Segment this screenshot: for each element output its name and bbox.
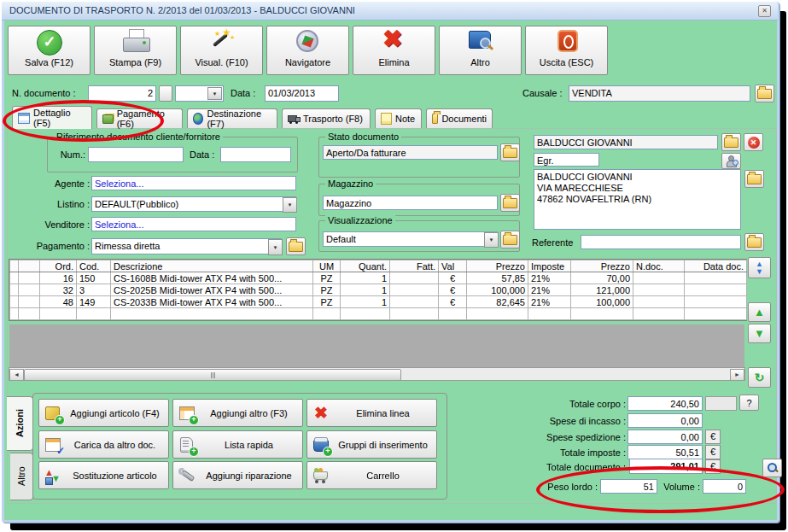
rif-data-field[interactable] [220,147,291,162]
zoom-totals-button[interactable] [762,459,782,477]
col-descrizione[interactable]: Descrizione [111,260,313,272]
col-fatt[interactable]: Fatt. [390,260,439,272]
side-tab-azioni[interactable]: Azioni [7,396,33,451]
globe-icon [193,113,203,125]
carrello-button[interactable]: Carrello [306,461,437,489]
col-prezzo2[interactable]: Prezzo [571,260,633,272]
navigator-button[interactable]: Navigatore [266,26,349,75]
venditore-field[interactable]: Seleziona... [91,217,296,231]
visualizzazione-combo[interactable]: Default [323,231,498,247]
pagamento-lookup-button[interactable] [286,237,306,255]
contact-search-button[interactable] [721,153,741,169]
exit-label: Uscita (ESC) [526,57,607,67]
listino-combo[interactable]: DEFAULT(Pubblico) [91,196,296,212]
elimina-linea-button[interactable]: ✖ Elimina linea [306,399,437,427]
visualizzazione-lookup-button[interactable] [500,231,520,248]
col-datadoc[interactable]: Data doc. [685,260,747,272]
sostituzione-articolo-button[interactable]: ▲ ▼ Sostituzione articolo [38,461,169,489]
grid-horizontal-scrollbar[interactable]: ◄ ► [9,367,745,381]
pagamento-combo[interactable]: Rimessa diretta [91,238,282,254]
cliente-lookup-button[interactable] [721,133,741,151]
causale-lookup-button[interactable] [755,85,774,102]
scrollbar-thumb[interactable] [24,369,401,381]
causale-field[interactable]: VENDITA [569,85,750,102]
indirizzo-textarea[interactable]: BALDUCCI GIOVANNI VIA MARECCHIESE 47862 … [534,169,741,230]
aggiungi-altro-button[interactable]: + Aggiungi altro (F3) [172,399,303,427]
n-documento-suffix-combo[interactable]: ▼ [175,85,224,102]
row-down-button[interactable]: ▼ [748,324,771,343]
referente-lookup-button[interactable] [744,233,764,251]
row-selector-header [10,260,19,272]
help-button[interactable]: ? [739,395,759,411]
gruppi-di-inserimento-button[interactable]: + Gruppi di inserimento [306,430,437,459]
side-tab-altro[interactable]: Altro [10,453,33,500]
save-button[interactable]: ✓ Salva (F12) [8,26,90,75]
exit-button[interactable]: Uscita (ESC) [525,26,608,75]
scroll-right-icon[interactable]: ► [730,369,744,381]
chevron-down-icon[interactable]: ▼ [268,239,283,255]
preview-button[interactable]: ★ ★ ★ Visual. (F10) [180,26,263,75]
carica-da-altro-doc-button[interactable]: ✓ Carica da altro doc. [38,430,169,459]
other-button[interactable]: Altro [439,26,522,75]
n-documento-field[interactable]: 2 [88,85,156,102]
row-up-button[interactable]: ▲ [748,302,771,322]
col-quant[interactable]: Quant. [341,260,390,272]
totale-imposte-field[interactable]: 50,51 [627,445,703,459]
totale-corpo-field[interactable]: 240,50 [627,396,703,411]
chevron-down-icon[interactable]: ▼ [207,87,222,100]
grid-row[interactable]: 323 CS-2025B Midi-tower ATX P4 with 500.… [10,284,747,296]
grid-row[interactable]: 16150 CS-1608B Midi-tower ATX P4 with 50… [10,272,747,284]
grid-row[interactable]: 48149 CS-2033B Midi-tower ATX P4 with 50… [10,296,747,308]
n-documento-label: N. documento : [12,88,76,98]
tab-destinazione[interactable]: Destinazione (F7) [187,108,277,128]
tab-note[interactable]: Note [375,108,422,128]
cliente-remove-button[interactable]: ✕ [744,133,763,151]
data-field[interactable]: 01/03/2013 [265,85,339,102]
stato-field[interactable]: Aperto/Da fatturare [323,145,498,160]
spese-incasso-field[interactable]: 0,00 [627,413,703,428]
num-field[interactable] [88,147,184,162]
scroll-left-icon[interactable]: ◄ [9,369,24,381]
agente-field[interactable]: Seleziona... [91,176,296,190]
close-button[interactable]: ✕ [758,5,771,17]
magazzino-field[interactable]: Magazzino [323,196,498,210]
col-cod[interactable]: Cod. [77,260,111,272]
tab-destinazione-label: Destinazione (F7) [207,108,271,129]
folder-icon [747,237,762,248]
chevron-down-icon[interactable]: ▼ [283,197,297,213]
magazzino-lookup-button[interactable] [500,194,520,212]
col-sel[interactable] [19,260,40,272]
totale-documento-field[interactable]: 291,01 [629,459,703,474]
move-row-button[interactable]: ▲▼ [748,257,771,278]
col-ndoc[interactable]: N.doc. [633,260,685,272]
close-icon: ✕ [762,7,768,15]
aggiungi-articolo-button[interactable]: + Aggiungi articolo (F4) [38,399,169,427]
delete-button[interactable]: ✖ Elimina [353,26,435,75]
col-imposte[interactable]: Imposte [528,260,571,272]
saluto-field[interactable]: Egr. [534,153,599,167]
n-documento-spin-button[interactable] [159,85,172,102]
col-um[interactable]: UM [313,260,341,272]
cliente-name-field[interactable]: BALDUCCI GIOVANNI [534,135,718,149]
col-val[interactable]: Val [439,260,467,272]
tab-trasporto[interactable]: Trasporto (F8) [282,108,371,128]
col-prezzo[interactable]: Prezzo [467,260,528,272]
indirizzo-lookup-button[interactable] [744,170,764,188]
volume-field[interactable]: 0 [703,479,746,494]
peso-lordo-field[interactable]: 51 [600,479,657,494]
chevron-down-icon[interactable]: ▼ [484,232,499,248]
col-ord[interactable]: Ord. [40,260,77,272]
spese-spedizione-field[interactable]: 0,00 [627,430,703,444]
aggiungi-riparazione-button[interactable]: Aggiungi riparazione [172,461,303,489]
tab-pagamento[interactable]: Pagamento (F6) [96,108,183,128]
stato-lookup-button[interactable] [500,143,520,161]
grid-row-empty[interactable] [10,308,747,320]
title-bar[interactable]: DOCUMENTO DI TRASPORTO N. 2/2013 del 01/… [2,2,778,20]
lista-rapida-button[interactable]: + Lista rapida [172,430,303,459]
print-button[interactable]: Stampa (F9) [94,26,177,75]
referente-field[interactable] [581,235,741,249]
tab-documenti[interactable]: Documenti [426,108,493,128]
refresh-button[interactable]: ↻ [748,367,771,388]
tab-dettaglio[interactable]: Dettaglio (F5) [12,106,92,129]
list-plus-icon: + [178,436,196,454]
